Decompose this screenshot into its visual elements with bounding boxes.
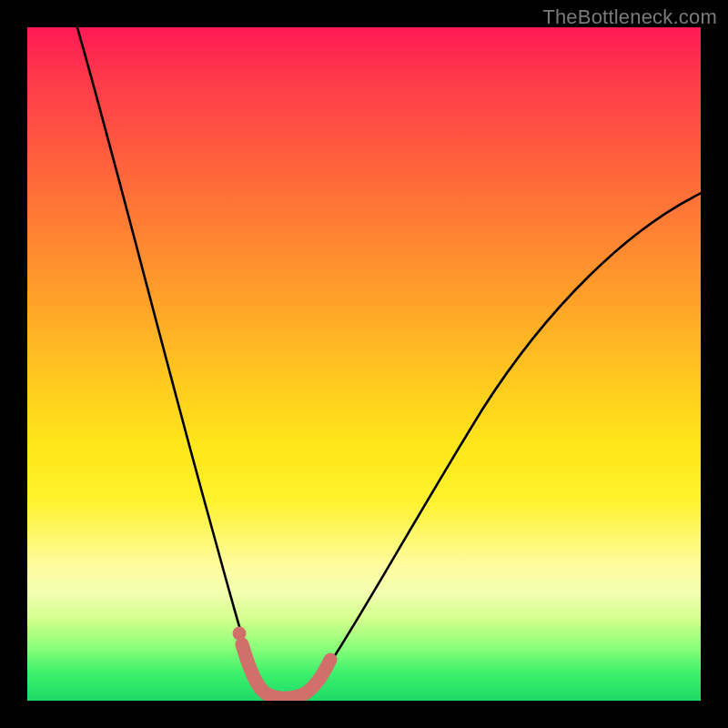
- chart-frame: TheBottleneck.com: [0, 0, 728, 728]
- curve-svg: [27, 27, 701, 701]
- plot-area: [27, 27, 701, 701]
- bottleneck-curve: [75, 27, 701, 696]
- optimal-range-highlight: [242, 644, 330, 698]
- optimal-range-dot: [233, 627, 247, 641]
- watermark-text: TheBottleneck.com: [542, 5, 717, 29]
